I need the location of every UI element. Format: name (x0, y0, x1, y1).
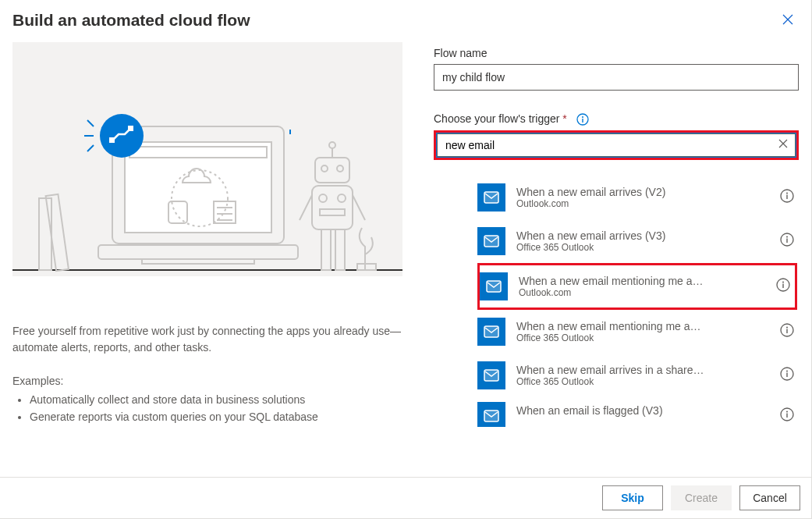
connector-icon (477, 183, 505, 212)
skip-button[interactable]: Skip (602, 485, 663, 510)
dialog-body: Free yourself from repetitive work just … (0, 36, 811, 477)
trigger-connector: Office 365 Outlook (516, 332, 774, 343)
svg-rect-43 (786, 195, 787, 200)
connector-icon (477, 227, 505, 255)
dialog-title: Build an automated cloud flow (12, 11, 250, 30)
trigger-info-icon[interactable] (780, 407, 794, 425)
svg-rect-30 (335, 229, 345, 270)
svg-rect-25 (312, 186, 353, 229)
svg-point-62 (786, 371, 788, 372)
svg-point-27 (338, 194, 346, 202)
trigger-item[interactable]: When a new email mentioning me a…Office … (477, 310, 799, 354)
svg-point-24 (329, 142, 335, 148)
svg-rect-58 (786, 329, 787, 334)
svg-point-42 (786, 193, 788, 194)
svg-rect-29 (321, 229, 331, 270)
dialog: Build an automated cloud flow (0, 0, 812, 519)
svg-rect-59 (484, 370, 498, 381)
connector-icon (480, 272, 508, 300)
trigger-connector: Outlook.com (519, 287, 770, 298)
svg-point-67 (786, 411, 788, 413)
svg-line-32 (353, 195, 365, 220)
svg-rect-39 (484, 192, 498, 203)
trigger-text: When a new email mentioning me a…Outlook… (519, 275, 770, 298)
trigger-item[interactable]: When a new email arrives in a share…Offi… (477, 354, 799, 397)
required-asterisk: * (562, 112, 566, 125)
flow-name-label: Flow name (434, 47, 799, 59)
svg-point-52 (782, 282, 784, 283)
clear-search-icon[interactable] (778, 138, 789, 152)
trigger-connector: Office 365 Outlook (516, 376, 774, 387)
trigger-title: When an email is flagged (V3) (516, 404, 774, 417)
connector-icon (477, 361, 505, 389)
svg-rect-19 (128, 126, 133, 131)
right-pane: Flow name Choose your flow's trigger * W… (434, 36, 799, 477)
svg-line-14 (87, 120, 94, 126)
examples-list: Automatically collect and store data in … (12, 392, 402, 425)
svg-point-22 (337, 165, 343, 172)
dialog-footer: Skip Create Cancel (0, 477, 811, 518)
svg-rect-33 (357, 264, 376, 270)
trigger-label-text: Choose your flow's trigger (434, 112, 559, 125)
close-button[interactable] (780, 11, 796, 27)
cancel-button[interactable]: Cancel (739, 485, 800, 510)
trigger-info-icon[interactable] (780, 189, 794, 206)
svg-point-17 (100, 114, 144, 158)
svg-rect-2 (46, 194, 69, 271)
svg-rect-4 (125, 142, 271, 233)
trigger-text: When a new email arrives in a share…Offi… (516, 364, 774, 387)
svg-rect-18 (109, 137, 115, 143)
trigger-search-input[interactable] (437, 133, 796, 157)
svg-rect-5 (98, 245, 298, 259)
trigger-title: When a new email arrives (V3) (516, 229, 774, 242)
trigger-item[interactable]: When a new email arrives (V2)Outlook.com (477, 176, 799, 219)
trigger-search-wrap (434, 130, 799, 160)
trigger-text: When a new email arrives (V2)Outlook.com (516, 186, 774, 209)
svg-line-16 (87, 145, 94, 151)
trigger-title: When a new email mentioning me a… (516, 320, 774, 332)
trigger-info-icon[interactable] (776, 278, 790, 295)
trigger-item[interactable]: When a new email mentioning me a…Outlook… (477, 263, 797, 310)
trigger-title: When a new email arrives in a share… (516, 364, 774, 376)
trigger-title: When a new email arrives (V2) (516, 186, 774, 198)
description-text: Free yourself from repetitive work just … (12, 323, 402, 356)
examples-label: Examples: (12, 375, 402, 387)
trigger-item[interactable]: When an email is flagged (V3)Office 365 … (477, 397, 799, 427)
svg-rect-20 (315, 158, 349, 183)
left-pane: Free yourself from repetitive work just … (12, 36, 402, 477)
svg-rect-1 (39, 198, 51, 270)
trigger-connector: Office 365 Outlook (516, 242, 774, 253)
svg-rect-44 (484, 236, 498, 247)
svg-rect-63 (786, 373, 787, 378)
illustration (12, 42, 402, 276)
svg-rect-64 (484, 411, 498, 421)
trigger-info-icon[interactable] (780, 323, 794, 340)
svg-line-31 (300, 195, 312, 220)
connector-icon (477, 402, 505, 427)
svg-rect-28 (320, 209, 345, 215)
info-icon[interactable] (576, 113, 589, 126)
svg-rect-38 (582, 119, 583, 123)
svg-point-26 (319, 194, 327, 202)
svg-rect-53 (782, 284, 783, 289)
trigger-text: When an email is flagged (V3)Office 365 … (516, 404, 774, 427)
trigger-info-icon[interactable] (780, 233, 794, 250)
dialog-header: Build an automated cloud flow (0, 0, 811, 36)
trigger-text: When a new email mentioning me a…Office … (516, 320, 774, 343)
svg-point-37 (582, 116, 583, 118)
flow-name-input[interactable] (434, 64, 799, 91)
trigger-item[interactable]: When a new email arrives (V3)Office 365 … (477, 219, 799, 263)
svg-point-47 (786, 236, 788, 238)
svg-rect-54 (484, 326, 498, 337)
trigger-info-icon[interactable] (780, 367, 794, 384)
svg-rect-68 (786, 414, 787, 418)
connector-icon (477, 318, 505, 346)
create-button[interactable]: Create (671, 485, 732, 510)
example-item: Automatically collect and store data in … (30, 392, 402, 409)
trigger-connector: Outlook.com (516, 198, 774, 209)
trigger-text: When a new email arrives (V3)Office 365 … (516, 229, 774, 253)
svg-rect-49 (487, 281, 501, 292)
svg-rect-6 (142, 259, 254, 264)
example-item: Generate reports via custom queries on y… (30, 409, 402, 426)
trigger-list: When a new email arrives (V2)Outlook.com… (434, 176, 799, 477)
